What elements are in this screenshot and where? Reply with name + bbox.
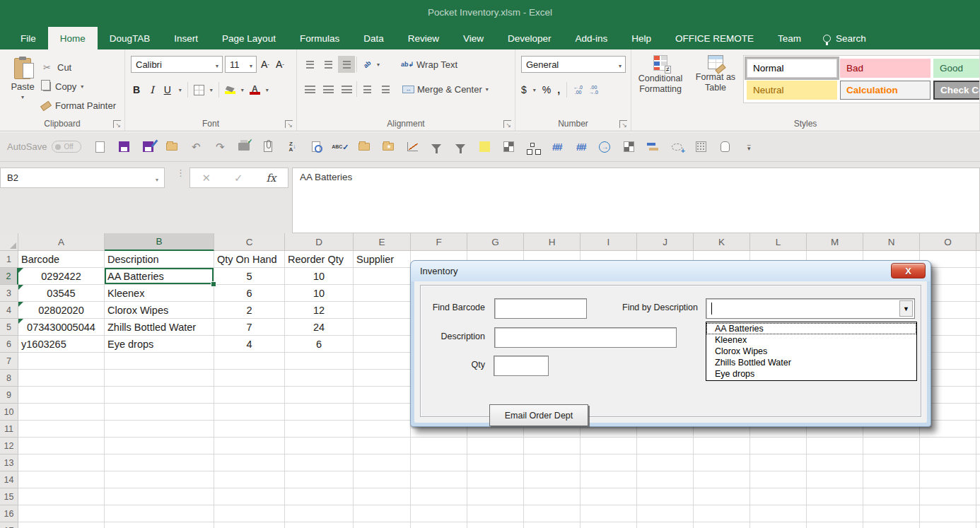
cell-J13[interactable] [637,454,694,471]
qat-undo-button[interactable]: ↶ [187,139,204,156]
cell-F13[interactable] [411,454,467,471]
cell-D7[interactable] [285,353,354,370]
cell-N12[interactable] [863,438,920,454]
cell-M12[interactable] [807,438,863,454]
qat-yellow-fill-square-button[interactable] [476,139,493,156]
qat-insert-chart-button[interactable] [404,139,421,156]
formula-input[interactable]: AA Batteries [292,168,980,233]
email-order-dept-button[interactable]: Email Order Dept [489,404,588,426]
column-header-P[interactable]: P [976,233,980,251]
cell-A16[interactable] [18,505,105,522]
insert-function-button[interactable]: fx [267,172,276,184]
tab-office-remote[interactable]: OFFICE REMOTE [663,27,766,49]
cell-style-normal[interactable]: Normal [747,59,837,78]
cell-N13[interactable] [863,454,920,471]
cell-B5[interactable]: Zhills Bottled Water [105,319,214,336]
increase-indent-button[interactable] [377,81,394,98]
cell-A3[interactable]: 03545 [18,285,105,302]
shrink-font-button[interactable]: Aˇ [274,59,286,70]
search-box[interactable]: Search [813,27,876,49]
cell-K17[interactable] [694,522,750,528]
cell-A6[interactable]: y1603265 [18,336,105,353]
bold-button[interactable]: B [131,84,142,95]
select-all-corner[interactable] [0,233,18,251]
cell-F12[interactable] [411,438,467,454]
cell-D6[interactable]: 6 [285,336,354,353]
column-header-D[interactable]: D [285,233,354,251]
tab-help[interactable]: Help [619,27,663,49]
cell-E13[interactable] [354,454,411,471]
cell-I12[interactable] [581,438,637,454]
cell-D17[interactable] [285,522,354,528]
tab-add-ins[interactable]: Add-ins [564,27,620,49]
cell-B14[interactable] [105,471,214,488]
cell-J14[interactable] [637,471,694,488]
column-header-E[interactable]: E [354,233,411,251]
cell-E11[interactable] [354,421,411,438]
dropdown-item-aa-batteries[interactable]: AA Batteries [706,323,916,334]
row-header-10[interactable]: 10 [0,404,18,421]
cell-F16[interactable] [411,505,467,522]
cell-G12[interactable] [467,438,524,454]
cell-B17[interactable] [105,522,214,528]
cell-P8[interactable] [976,370,980,387]
paste-button[interactable]: Paste ▾ [6,55,40,116]
qat-attach-file-button[interactable] [259,139,276,156]
cell-C13[interactable] [214,454,285,471]
qat-blue-grid-2-button[interactable]: ## [572,139,589,156]
font-color-button[interactable]: A [250,86,260,95]
cell-B13[interactable] [105,454,214,471]
tab-team[interactable]: Team [766,27,813,49]
name-box[interactable]: B2 ▾ [0,168,165,188]
cell-A1[interactable]: Barcode [18,251,105,268]
cell-P7[interactable] [976,353,980,370]
cell-style-bad[interactable]: Bad [840,59,931,78]
cell-style-neutral[interactable]: Neutral [747,81,837,100]
row-header-13[interactable]: 13 [0,454,18,471]
row-header-12[interactable]: 12 [0,438,18,454]
cell-C3[interactable]: 6 [214,285,285,302]
cell-G13[interactable] [467,454,524,471]
cell-K15[interactable] [694,488,750,505]
merge-center-button[interactable]: ↔ Merge & Center ▾ [402,84,489,95]
cell-A11[interactable] [18,421,105,438]
cell-N15[interactable] [863,488,920,505]
cell-B1[interactable]: Description [105,251,214,268]
cell-B15[interactable] [105,488,214,505]
row-header-17[interactable]: 17 [0,522,18,528]
row-header-16[interactable]: 16 [0,505,18,522]
qat-transparency-checker-button[interactable] [500,139,517,156]
cell-K13[interactable] [694,454,750,471]
format-painter-button[interactable]: Format Painter [41,96,116,115]
cell-L12[interactable] [750,438,807,454]
cell-A17[interactable] [18,522,105,528]
cell-D10[interactable] [285,404,354,421]
cell-style-good[interactable]: Good [933,59,980,78]
cell-B6[interactable]: Eye drops [105,336,214,353]
bottom-align-button[interactable] [338,56,355,73]
cell-D2[interactable]: 10 [285,268,354,285]
cut-button[interactable]: ✂ Cut [41,58,116,77]
cell-D11[interactable] [285,421,354,438]
cell-E7[interactable] [354,353,411,370]
cell-I13[interactable] [581,454,637,471]
qat-format-bars-button[interactable] [644,139,661,156]
row-header-8[interactable]: 8 [0,370,18,387]
cell-H17[interactable] [524,522,581,528]
cell-J12[interactable] [637,438,694,454]
qat-open-folder-up-button[interactable] [163,139,180,156]
cell-L17[interactable] [750,522,807,528]
clipboard-dialog-launcher[interactable]: ↘ [113,120,121,128]
cell-L15[interactable] [750,488,807,505]
cell-D4[interactable]: 12 [285,302,354,319]
tab-review[interactable]: Review [396,27,451,49]
column-header-H[interactable]: H [524,233,581,251]
cell-E5[interactable] [354,319,411,336]
cell-E10[interactable] [354,404,411,421]
row-header-14[interactable]: 14 [0,471,18,488]
qat-save-button[interactable] [115,139,132,156]
cell-H13[interactable] [524,454,581,471]
fill-color-button[interactable] [225,86,235,94]
column-header-I[interactable]: I [581,233,637,251]
cell-A7[interactable] [18,353,105,370]
